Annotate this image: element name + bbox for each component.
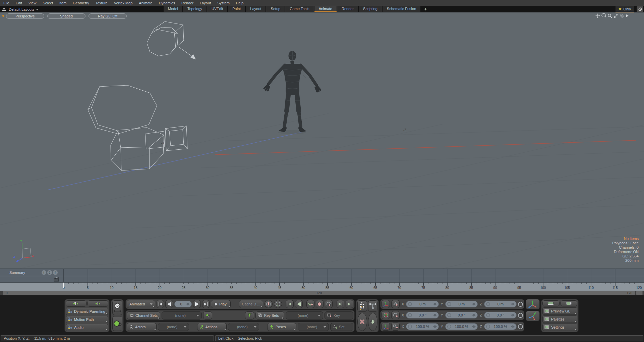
layout-switcher[interactable]: Default Layouts bbox=[9, 6, 39, 12]
poses-dropdown[interactable]: (none) bbox=[298, 323, 329, 331]
key-down-button[interactable] bbox=[274, 300, 282, 308]
layout-tab[interactable]: Paint bbox=[228, 6, 245, 12]
scale-y-field[interactable]: 100.0 % bbox=[445, 323, 478, 330]
rotation-x-field[interactable]: 0.0 ° bbox=[406, 312, 438, 319]
scale-channel-button[interactable] bbox=[391, 323, 400, 331]
rotation-channel-button[interactable] bbox=[391, 311, 400, 319]
actions-button[interactable]: Actions bbox=[197, 323, 227, 331]
go-start-button[interactable] bbox=[157, 300, 164, 308]
utility-item[interactable]: Settings bbox=[542, 324, 577, 331]
menu-item[interactable]: Geometry bbox=[73, 1, 89, 5]
clapperboard-icon[interactable] bbox=[54, 277, 59, 282]
go-end-button[interactable] bbox=[202, 300, 210, 308]
frame-spinner[interactable] bbox=[186, 303, 190, 305]
channel-ring-icon[interactable] bbox=[447, 325, 451, 329]
first-key-button[interactable] bbox=[286, 300, 293, 308]
utility-item[interactable]: Preview GL bbox=[542, 307, 577, 315]
auto-key-button[interactable] bbox=[112, 300, 122, 315]
channel-ring-icon[interactable] bbox=[447, 313, 451, 317]
preview-large-button[interactable] bbox=[561, 300, 578, 306]
rotation-z-field[interactable]: 0.0 ° bbox=[484, 312, 517, 319]
flyout-arrow-icon[interactable] bbox=[626, 14, 629, 18]
layout-tab[interactable]: Game Tools bbox=[285, 6, 314, 12]
preview-small-button[interactable] bbox=[542, 300, 560, 306]
layout-tab[interactable]: Model bbox=[164, 6, 182, 12]
layout-tab[interactable]: Schematic Fusion bbox=[383, 6, 420, 12]
key-filter-button[interactable] bbox=[245, 311, 254, 320]
menu-item[interactable]: Texture bbox=[96, 1, 108, 5]
only-filter-button[interactable]: ★ Only bbox=[616, 6, 634, 12]
key-up-button[interactable] bbox=[265, 300, 273, 308]
channel-set-popup-button[interactable] bbox=[203, 311, 212, 320]
record-button[interactable] bbox=[316, 300, 324, 308]
move-tool-button[interactable] bbox=[382, 300, 390, 308]
track-tool-item[interactable]: Motion Path bbox=[66, 316, 108, 323]
layout-gear-button[interactable] bbox=[637, 6, 643, 12]
channel-ring-icon[interactable] bbox=[447, 302, 451, 306]
menu-item[interactable]: View bbox=[28, 1, 37, 5]
position-x-field[interactable]: 0 m bbox=[406, 301, 438, 307]
utility-item[interactable]: Palettes bbox=[542, 315, 577, 323]
actions-dropdown[interactable]: (none) bbox=[228, 323, 259, 331]
layout-tab[interactable]: UVEdit bbox=[207, 6, 227, 12]
range-end-cap[interactable] bbox=[636, 291, 643, 295]
scale-tool-button[interactable] bbox=[382, 323, 390, 331]
set-pose-button[interactable]: Set bbox=[330, 323, 353, 331]
channel-haul-button[interactable] bbox=[357, 300, 367, 312]
channel-sets-dropdown[interactable]: (none) bbox=[162, 311, 202, 320]
key-wave-button[interactable] bbox=[306, 300, 314, 308]
shading-mode-button[interactable]: Shaded bbox=[47, 13, 85, 19]
viewport-3d[interactable]: Perspective Shaded Ray GL: Off bbox=[0, 12, 644, 268]
poses-button[interactable]: Poses bbox=[267, 323, 296, 331]
menu-item[interactable]: Layout bbox=[200, 1, 211, 5]
position-y-field[interactable]: 0 m bbox=[445, 301, 478, 307]
track-toggle-button[interactable]: r bbox=[53, 270, 58, 275]
shift-keys-left-button[interactable] bbox=[66, 300, 86, 307]
track-tool-item[interactable]: Dynamic Parenting bbox=[66, 308, 108, 315]
prev-frame-button[interactable] bbox=[165, 300, 173, 308]
layout-tab[interactable]: Topology bbox=[183, 6, 207, 12]
scale-key-ring[interactable] bbox=[518, 324, 523, 329]
local-axis-button[interactable] bbox=[526, 311, 540, 321]
layout-tab[interactable]: Animate bbox=[314, 6, 337, 12]
prev-key-button[interactable] bbox=[295, 300, 303, 308]
channel-ring-icon[interactable] bbox=[408, 302, 412, 306]
next-frame-button[interactable] bbox=[193, 300, 200, 308]
layout-tab[interactable]: Render bbox=[337, 6, 358, 12]
playhead[interactable] bbox=[63, 283, 64, 288]
view-type-button[interactable]: Perspective bbox=[6, 13, 44, 19]
last-key-button[interactable] bbox=[346, 300, 353, 308]
menu-item[interactable]: Render bbox=[181, 1, 193, 5]
menu-item[interactable]: File bbox=[3, 1, 9, 5]
play-button[interactable]: Play bbox=[211, 300, 231, 308]
key-create-button[interactable] bbox=[112, 316, 122, 331]
menu-item[interactable]: System bbox=[217, 1, 230, 5]
channel-ring-icon[interactable] bbox=[486, 302, 490, 306]
channel-sets-button[interactable]: Channel Sets bbox=[127, 311, 160, 320]
rotate-tool-button[interactable] bbox=[382, 311, 390, 319]
world-axis-button[interactable] bbox=[526, 299, 540, 309]
key-action-button[interactable]: Key bbox=[325, 311, 353, 320]
layout-tab[interactable]: + bbox=[421, 6, 430, 12]
action-track-row[interactable] bbox=[0, 276, 644, 282]
anim-mode-dropdown[interactable]: Animated bbox=[127, 300, 155, 308]
key-sets-button[interactable]: Key Sets bbox=[255, 311, 284, 320]
channel-ring-icon[interactable] bbox=[486, 325, 490, 329]
layout-home-button[interactable] bbox=[1, 7, 7, 12]
menu-item[interactable]: Edit bbox=[16, 1, 22, 5]
viewport-gear-icon[interactable] bbox=[620, 13, 624, 18]
timeline-range-slider[interactable]: 0 120 120 bbox=[3, 291, 635, 295]
track-toggle-button[interactable]: c bbox=[47, 270, 52, 275]
track-toggle-button[interactable]: i bbox=[42, 270, 46, 275]
raygl-button[interactable]: Ray GL: Off bbox=[89, 13, 127, 19]
fit-view-icon[interactable] bbox=[613, 13, 618, 18]
shift-keys-right-button[interactable] bbox=[87, 300, 108, 307]
menu-item[interactable]: Select bbox=[43, 1, 53, 5]
actors-button[interactable]: Actors bbox=[127, 323, 157, 331]
scale-x-field[interactable]: 100.0 % bbox=[406, 323, 438, 330]
menu-item[interactable]: Item bbox=[59, 1, 66, 5]
layout-tab[interactable]: Layout bbox=[246, 6, 266, 12]
actors-dropdown[interactable]: (none) bbox=[158, 323, 189, 331]
position-channel-button[interactable] bbox=[391, 300, 400, 308]
position-z-field[interactable]: 0 m bbox=[484, 301, 517, 307]
